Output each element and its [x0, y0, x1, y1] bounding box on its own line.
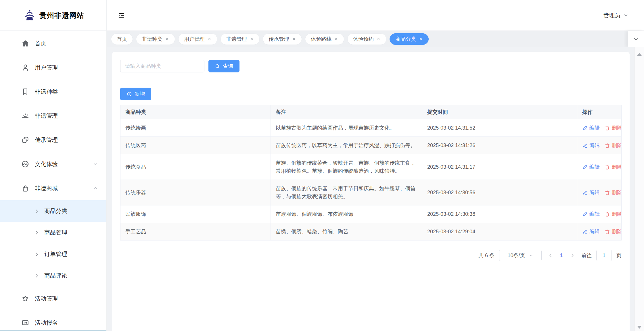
table-body: 传统绘画 以苗族古歌为主题的绘画作品，展现苗族历史文化。 2025-03-02 …	[120, 119, 622, 240]
menu-fold-icon[interactable]	[118, 12, 125, 19]
sidebar-item-user-manage[interactable]: 用户管理	[0, 55, 106, 80]
tab-非遗种类[interactable]: 非遗种类	[136, 33, 175, 45]
edit-button[interactable]: 编辑	[582, 163, 600, 171]
next-page-button[interactable]	[570, 253, 575, 258]
trash-icon	[605, 143, 610, 148]
chevron-right-icon	[34, 273, 39, 278]
prev-page-button[interactable]	[548, 253, 553, 258]
bookmark-icon	[21, 88, 29, 96]
sidebar-item-inheritance-manage[interactable]: 传承管理	[0, 128, 106, 152]
page-unit-label: 页	[616, 252, 622, 259]
star-icon	[21, 295, 29, 303]
page-size-select[interactable]: 10条/页	[499, 250, 542, 261]
cell-note: 苗族传统医药，以草药为主，常用于治疗风湿、跌打损伤等。	[271, 137, 422, 154]
trash-icon	[605, 190, 610, 195]
user-name: 管理员	[603, 11, 620, 19]
delete-button[interactable]: 删除	[605, 124, 622, 132]
edit-button[interactable]: 编辑	[582, 188, 600, 197]
sidebar-item-home[interactable]: 首页	[0, 31, 106, 55]
sidebar-item-culture-experience[interactable]: 文化体验	[0, 152, 106, 176]
delete-button[interactable]: 删除	[605, 163, 622, 171]
current-page[interactable]: 1	[560, 253, 563, 259]
sidebar-item-product-manage[interactable]: 商品管理	[0, 222, 106, 243]
edit-button[interactable]: 编辑	[582, 141, 600, 149]
pagination: 共 6 条 10条/页 1 前往	[120, 250, 622, 261]
close-icon[interactable]	[334, 37, 338, 41]
cell-note: 苗族、侗族的传统乐器，常用于节日和庆典。如牛腿琴、侗笛等，与侗族大歌表演密切相关…	[271, 180, 422, 205]
edit-pen-icon	[582, 125, 588, 131]
edit-button[interactable]: 编辑	[582, 228, 600, 236]
bag-icon	[21, 184, 29, 192]
tab-商品分类[interactable]: 商品分类	[390, 33, 429, 45]
close-icon[interactable]	[250, 37, 254, 41]
search-button[interactable]: 查询	[208, 60, 239, 72]
edit-button[interactable]: 编辑	[582, 210, 600, 218]
sidebar: 贵州非遗网站 首页 用户管理 非遗种类 非遗管理 传承管理 文化体验 非遗商城 …	[0, 0, 107, 331]
chevron-down-icon	[529, 253, 533, 258]
close-icon[interactable]	[207, 37, 212, 41]
add-button[interactable]: 新增	[120, 88, 151, 100]
table-row: 传统医药 苗族传统医药，以草药为主，常用于治疗风湿、跌打损伤等。 2025-03…	[120, 137, 622, 154]
cell-actions: 编辑 删除	[577, 119, 622, 137]
card: 查询 新增 商品种类 备注	[112, 52, 630, 331]
edit-button[interactable]: 编辑	[582, 124, 600, 132]
page-size-value: 10条/页	[507, 252, 525, 259]
scroll-down-icon[interactable]	[637, 326, 642, 329]
scrollbar[interactable]	[635, 47, 644, 331]
cell-type: 传统医药	[120, 137, 271, 154]
search-icon	[215, 63, 220, 69]
sidebar-item-heritage-category[interactable]: 非遗种类	[0, 80, 106, 104]
trash-icon	[605, 164, 610, 170]
tab-overflow-button[interactable]	[628, 31, 644, 47]
search-section: 查询	[112, 60, 630, 79]
close-icon[interactable]	[376, 37, 381, 41]
cell-actions: 编辑 删除	[577, 180, 622, 205]
picture-icon	[21, 160, 29, 168]
delete-button[interactable]: 删除	[605, 141, 622, 149]
site-logo-icon	[24, 9, 36, 21]
scroll-up-icon[interactable]	[637, 53, 642, 56]
close-icon[interactable]	[165, 37, 169, 41]
close-icon[interactable]	[292, 37, 296, 41]
sidebar-item-product-comments[interactable]: 商品评论	[0, 265, 106, 286]
logo: 贵州非遗网站	[0, 0, 106, 31]
cell-actions: 编辑 删除	[577, 223, 622, 240]
sidebar-item-activity-manage[interactable]: 活动管理	[0, 286, 106, 311]
user-menu[interactable]: 管理员	[603, 11, 628, 19]
tab-体验预约[interactable]: 体验预约	[347, 33, 386, 45]
tab-首页[interactable]: 首页	[111, 33, 133, 45]
tab-用户管理[interactable]: 用户管理	[178, 33, 217, 45]
search-button-label: 查询	[223, 63, 233, 70]
trash-icon	[605, 211, 610, 217]
cell-time: 2025-03-02 14:31:26	[422, 137, 577, 154]
delete-button[interactable]: 删除	[605, 210, 622, 218]
cell-note: 苗族、侗族的传统菜肴，酸辣开胃。苗族、侗族的传统主食，常用植物染色。苗族、侗族的…	[271, 154, 422, 180]
tab-非遗管理[interactable]: 非遗管理	[221, 33, 260, 45]
delete-button[interactable]: 删除	[605, 228, 622, 236]
cell-note: 苗族服饰、侗族服饰、布依族服饰	[271, 205, 422, 223]
cell-time: 2025-03-02 14:30:56	[422, 180, 577, 205]
tab-传承管理[interactable]: 传承管理	[263, 33, 302, 45]
cell-time: 2025-03-02 14:31:52	[422, 119, 577, 137]
sidebar-item-order-manage[interactable]: 订单管理	[0, 243, 106, 265]
circle-plus-icon	[126, 91, 132, 97]
chevron-right-icon	[34, 209, 39, 214]
category-table: 商品种类 备注 提交时间 操作 传统绘画 以苗族古歌为主题的绘画作品，展现苗族历…	[120, 105, 622, 240]
cell-note: 苗绣、侗绣、蜡染、竹编、陶艺	[271, 223, 422, 240]
delete-button[interactable]: 删除	[605, 188, 622, 197]
close-icon[interactable]	[419, 37, 423, 41]
sidebar-item-heritage-mall[interactable]: 非遗商城	[0, 176, 106, 200]
cell-time: 2025-03-02 14:31:17	[422, 154, 577, 180]
edit-pen-icon	[582, 229, 588, 234]
chevron-down-icon	[93, 161, 98, 167]
goto-page-input[interactable]	[596, 250, 612, 261]
col-header-time: 提交时间	[422, 105, 577, 119]
sidebar-item-heritage-manage[interactable]: 非遗管理	[0, 104, 106, 128]
cell-type: 手工艺品	[120, 223, 271, 240]
cell-actions: 编辑 删除	[577, 205, 622, 223]
search-input[interactable]	[120, 60, 204, 72]
sidebar-item-activity-signup[interactable]: 活动报名	[0, 311, 106, 331]
trash-icon	[605, 229, 610, 234]
tab-体验路线[interactable]: 体验路线	[305, 33, 344, 45]
sidebar-item-product-category[interactable]: 商品分类	[0, 200, 106, 222]
